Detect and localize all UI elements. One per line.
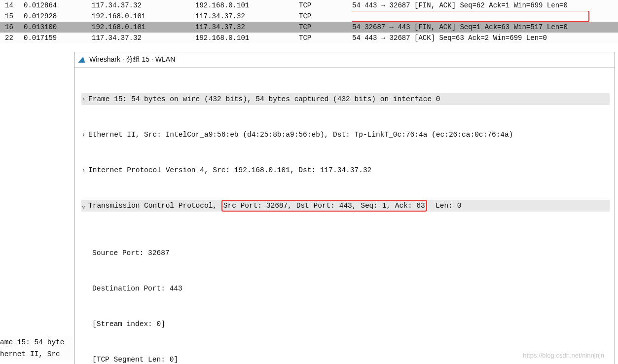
col-no: 22 — [0, 33, 24, 43]
col-proto: TCP — [299, 33, 352, 43]
col-src: 117.34.37.32 — [92, 0, 195, 11]
packet-list[interactable]: 14 0.012864 117.34.37.32 192.168.0.101 T… — [0, 0, 618, 43]
col-no: 16 — [0, 22, 24, 33]
col-dst: 192.168.0.101 — [195, 0, 299, 11]
col-proto: TCP — [299, 11, 352, 22]
col-src: 192.168.0.101 — [92, 22, 195, 33]
col-info: 54 32687 → 443 [FIN, ACK] Seq=1 Ack=63 W… — [352, 22, 618, 33]
col-no: 14 — [0, 0, 24, 11]
col-proto: TCP — [299, 0, 352, 11]
col-info: 54 443 → 32687 [FIN, ACK] Seq=62 Ack=1 W… — [352, 0, 618, 11]
col-no: 15 — [0, 11, 24, 22]
col-time: 0.017159 — [24, 33, 92, 43]
col-info: 54 443 → 32687 [ACK] Seq=63 Ack=2 Win=69… — [352, 33, 618, 43]
packet-row-selected[interactable]: 16 0.013100 192.168.0.101 117.34.37.32 T… — [0, 22, 618, 33]
col-time: 0.012864 — [24, 0, 92, 11]
packet-row[interactable]: 22 0.017159 117.34.37.32 192.168.0.101 T… — [0, 33, 618, 43]
col-dst: 192.168.0.101 — [195, 33, 299, 43]
packet-row[interactable]: 15 0.012928 192.168.0.101 117.34.37.32 T… — [0, 11, 618, 22]
col-time: 0.012928 — [24, 11, 92, 22]
col-info: 54 32687 → 443 [ACK] Seq=1 Ack=63 Win=51… — [352, 11, 618, 22]
highlight-box — [352, 11, 589, 22]
col-src: 117.34.37.32 — [92, 33, 195, 43]
col-src: 192.168.0.101 — [92, 11, 195, 22]
packet-row[interactable]: 14 0.012864 117.34.37.32 192.168.0.101 T… — [0, 0, 618, 11]
col-time: 0.013100 — [24, 22, 92, 33]
col-dst: 117.34.37.32 — [195, 22, 299, 33]
col-proto: TCP — [299, 22, 352, 33]
col-dst: 117.34.37.32 — [195, 11, 299, 22]
